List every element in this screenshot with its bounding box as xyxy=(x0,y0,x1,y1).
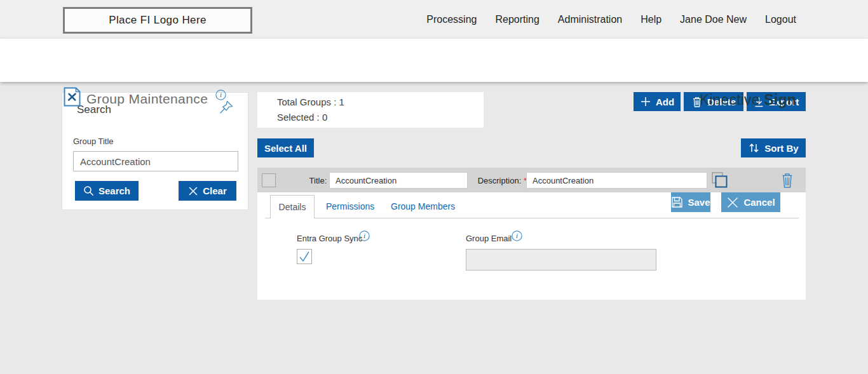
total-groups: Total Groups : 1 xyxy=(277,97,344,107)
group-title-search-input[interactable] xyxy=(73,151,238,171)
sort-arrows-icon xyxy=(748,142,760,154)
copy-icon[interactable] xyxy=(711,171,729,190)
selected-value: 0 xyxy=(322,112,327,123)
nav-administration[interactable]: Administration xyxy=(558,14,622,25)
sort-by-button[interactable]: Sort By xyxy=(741,138,806,157)
svg-text:i: i xyxy=(363,232,365,239)
svg-text:i: i xyxy=(516,232,518,239)
save-button[interactable]: Save xyxy=(671,192,710,212)
group-email-input[interactable] xyxy=(466,249,656,270)
title-label: Title: * xyxy=(304,176,332,185)
fi-logo-text: Place FI Logo Here xyxy=(109,14,207,27)
search-button[interactable]: Search xyxy=(75,181,139,201)
group-detail-panel: Details Permissions Group Members Save C… xyxy=(257,192,806,300)
add-button-label: Add xyxy=(656,97,674,107)
page-title: Group Maintenance xyxy=(86,91,208,107)
nav-logout[interactable]: Logout xyxy=(765,14,796,25)
nav-user-menu[interactable]: Jane Doe New xyxy=(680,14,747,25)
top-nav: Processing Reporting Administration Help… xyxy=(426,0,796,39)
add-button[interactable]: Add xyxy=(634,92,681,111)
check-icon xyxy=(297,250,311,264)
tab-permissions[interactable]: Permissions xyxy=(326,201,374,211)
plus-icon xyxy=(640,96,651,107)
nav-processing[interactable]: Processing xyxy=(426,14,477,25)
nav-help[interactable]: Help xyxy=(641,14,661,25)
clear-button[interactable]: Clear xyxy=(179,181,236,201)
page-header: Group Maintenance i Kinective Sign xyxy=(0,39,868,82)
trash-icon[interactable] xyxy=(780,172,794,189)
selected-count: Selected : 0 xyxy=(277,112,327,123)
brand-name: Kinective xyxy=(700,91,760,108)
group-title-label: Group Title xyxy=(73,137,114,146)
clear-button-label: Clear xyxy=(203,185,227,196)
description-input[interactable] xyxy=(526,172,707,189)
search-panel: Search Group Title Search xyxy=(62,92,248,210)
total-groups-value: 1 xyxy=(339,97,344,107)
save-button-label: Save xyxy=(688,197,710,208)
brand-logo: Kinective Sign xyxy=(700,91,796,109)
description-label: Description: * xyxy=(475,176,527,185)
top-bar: Place FI Logo Here Processing Reporting … xyxy=(0,0,868,39)
fi-logo-placeholder: Place FI Logo Here xyxy=(63,7,252,34)
info-icon[interactable]: i xyxy=(359,230,370,241)
info-icon[interactable]: i xyxy=(512,230,522,241)
tab-details-label: Details xyxy=(279,202,306,212)
nav-reporting[interactable]: Reporting xyxy=(495,14,539,25)
cancel-button[interactable]: Cancel xyxy=(721,192,780,212)
group-email-label: Group Email xyxy=(466,234,512,243)
group-maintenance-page: Place FI Logo Here Processing Reporting … xyxy=(0,0,868,374)
x-icon xyxy=(188,186,198,196)
info-icon[interactable]: i xyxy=(215,90,226,100)
pushpin-icon[interactable] xyxy=(219,100,234,116)
brand-product: Sign xyxy=(764,91,796,108)
x-icon xyxy=(726,196,739,209)
tab-divider xyxy=(265,218,799,218)
tab-group-members[interactable]: Group Members xyxy=(391,201,455,211)
search-button-label: Search xyxy=(98,185,130,196)
entra-group-sync-label: Entra Group Sync xyxy=(297,234,362,243)
group-summary: Total Groups : 1 Selected : 0 xyxy=(257,92,484,128)
tab-details[interactable]: Details xyxy=(270,195,315,218)
group-row: Title: * Description: * xyxy=(257,168,806,192)
cancel-button-label: Cancel xyxy=(743,197,775,208)
svg-text:i: i xyxy=(220,91,222,98)
total-groups-label: Total Groups : xyxy=(277,97,336,107)
group-row-checkbox[interactable] xyxy=(262,173,276,187)
select-all-button-label: Select All xyxy=(264,143,307,154)
selected-label: Selected : xyxy=(277,112,320,123)
magnifier-icon xyxy=(83,185,94,196)
select-all-button[interactable]: Select All xyxy=(257,138,314,157)
floppy-disk-icon xyxy=(671,196,683,208)
document-tools-icon xyxy=(64,87,81,107)
title-input[interactable] xyxy=(329,172,468,189)
sort-by-button-label: Sort By xyxy=(764,143,798,154)
entra-group-sync-checkbox[interactable] xyxy=(297,249,312,264)
